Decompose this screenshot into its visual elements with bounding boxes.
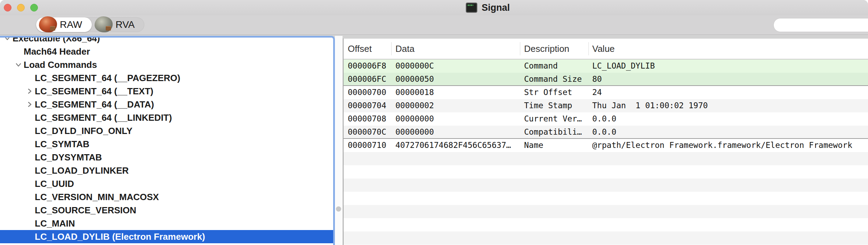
search-field[interactable] [773,18,868,32]
sidebar-tree: Executable (X86_64) Mach64 Header Load C… [0,36,335,245]
search-input[interactable] [781,19,868,31]
sidebar-item-lc-load-dylinker[interactable]: LC_LOAD_DYLINKER [0,164,333,177]
executable-proxy-icon [466,3,477,13]
table-row[interactable]: 0000070C 00000000 Compatibili… 0.0.0 [344,126,868,139]
disclosure-right-icon[interactable] [24,98,35,111]
rva-burger-icon [95,16,113,32]
sidebar-item-mach64-header[interactable]: Mach64 Header [0,45,333,58]
minimize-button[interactable] [17,4,25,11]
table-row-empty [344,152,868,165]
sidebar-item-lc-source-version[interactable]: LC_SOURCE_VERSION [0,204,333,217]
disclosure-down-icon[interactable] [13,58,24,71]
table-row[interactable]: 00000708 00000000 Current Ver… 0.0.0 [344,112,868,126]
table-row-empty [344,165,868,179]
sidebar-item-lc-main[interactable]: LC_MAIN [0,217,333,230]
segment-rva[interactable]: RVA [92,17,144,32]
table-row[interactable]: 00000710 4072706174682F456C65637… Name @… [344,139,868,152]
column-divider [588,42,589,55]
raw-burger-icon [39,16,57,32]
detail-table: Offset Data Description Value 000006F8 0… [343,38,868,245]
sidebar-item-lc-dysymtab[interactable]: LC_DYSYMTAB [0,151,333,164]
column-header-data[interactable]: Data [395,39,415,59]
sidebar-item-lc-segment-pagezero[interactable]: LC_SEGMENT_64 (__PAGEZERO) [0,71,333,85]
column-divider [520,42,520,55]
close-button[interactable] [4,4,11,11]
table-row-empty [344,192,868,205]
table-header: Offset Data Description Value [344,39,868,60]
sidebar-item-lc-uuid[interactable]: LC_UUID [0,177,333,190]
table-row-empty [344,218,868,231]
table-row-empty [344,231,868,245]
content-area: Executable (X86_64) Mach64 Header Load C… [0,35,868,245]
table-row[interactable]: 00000700 00000018 Str Offset 24 [344,86,868,99]
app-window: Signal RAW RVA [0,0,868,245]
sidebar-item-lc-segment-linkedit[interactable]: LC_SEGMENT_64 (__LINKEDIT) [0,111,333,124]
title-group: Signal [466,0,510,15]
table-row-empty [344,205,868,218]
titlebar: Signal [0,0,868,15]
raw-rva-segmented-control: RAW RVA [36,17,144,32]
toolbar: RAW RVA [0,15,868,35]
column-divider [391,42,392,55]
sidebar-scrollbar[interactable] [335,36,343,245]
segment-raw[interactable]: RAW [36,17,92,32]
sidebar-item-lc-version-min-macosx[interactable]: LC_VERSION_MIN_MACOSX [0,190,333,204]
sidebar-item-lc-dyld-info-only[interactable]: LC_DYLD_INFO_ONLY [0,124,333,137]
disclosure-down-icon[interactable] [2,36,13,45]
sidebar-item-lc-symtab[interactable]: LC_SYMTAB [0,137,333,151]
scrollbar-thumb[interactable] [336,206,341,212]
sidebar-item-lc-segment-data[interactable]: LC_SEGMENT_64 (__DATA) [0,98,333,111]
sidebar-item-lc-segment-text[interactable]: LC_SEGMENT_64 (__TEXT) [0,85,333,98]
table-row[interactable]: 000006F8 0000000C Command LC_LOAD_DYLIB [344,60,868,73]
sidebar-item-executable[interactable]: Executable (X86_64) [0,36,333,45]
column-header-value[interactable]: Value [592,39,615,59]
table-row-empty [344,179,868,192]
sidebar-item-load-commands[interactable]: Load Commands [0,58,333,71]
column-header-offset[interactable]: Offset [348,39,372,59]
table-row[interactable]: 000006FC 00000050 Command Size 80 [344,73,868,86]
column-header-description[interactable]: Description [524,39,569,59]
table-row[interactable]: 00000704 00000002 Time Stamp Thu Jan 1 0… [344,99,868,112]
disclosure-right-icon[interactable] [24,85,35,98]
sidebar-item-lc-load-dylib-electron[interactable]: LC_LOAD_DYLIB (Electron Framework) [0,230,333,243]
zoom-button[interactable] [30,4,38,11]
window-title: Signal [482,2,510,13]
